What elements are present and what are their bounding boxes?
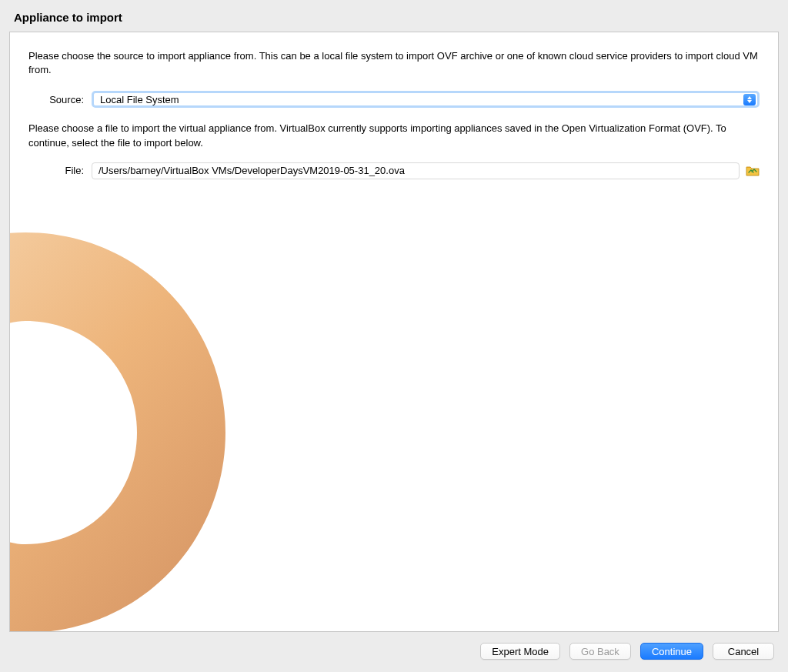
source-row: Source: Local File System xyxy=(28,91,760,108)
source-select-value: Local File System xyxy=(100,94,179,105)
background-decoration xyxy=(9,125,302,632)
button-bar: Expert Mode Go Back Continue Cancel xyxy=(0,632,788,660)
page-title: Appliance to import xyxy=(0,0,788,32)
go-back-button[interactable]: Go Back xyxy=(569,643,631,660)
main-panel: Please choose the source to import appli… xyxy=(9,32,779,632)
file-row: File: /Users/barney/VirtualBox VMs/Devel… xyxy=(28,162,760,179)
source-description: Please choose the source to import appli… xyxy=(28,49,760,77)
source-label: Source: xyxy=(28,94,92,105)
file-description: Please choose a file to import the virtu… xyxy=(28,122,760,149)
file-path-input[interactable]: /Users/barney/VirtualBox VMs/DeveloperDa… xyxy=(92,162,740,179)
panel-content: Please choose the source to import appli… xyxy=(28,49,760,179)
browse-folder-icon[interactable] xyxy=(746,165,760,177)
file-input-wrap: /Users/barney/VirtualBox VMs/DeveloperDa… xyxy=(92,162,760,179)
updown-arrow-icon xyxy=(743,94,756,105)
cancel-button[interactable]: Cancel xyxy=(713,643,774,660)
source-select-wrap: Local File System xyxy=(92,91,760,108)
source-select[interactable]: Local File System xyxy=(92,91,760,108)
file-path-value: /Users/barney/VirtualBox VMs/DeveloperDa… xyxy=(98,165,405,176)
continue-button[interactable]: Continue xyxy=(640,643,703,660)
expert-mode-button[interactable]: Expert Mode xyxy=(480,643,560,660)
file-label: File: xyxy=(28,165,92,176)
